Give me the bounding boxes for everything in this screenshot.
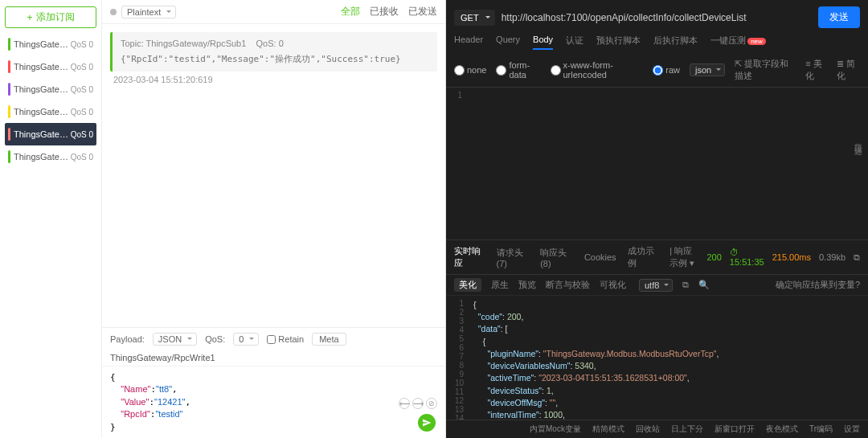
format-select[interactable]: Plaintext [121,6,176,18]
format-tab[interactable]: 原生 [491,279,509,291]
meta-button[interactable]: Meta [312,333,346,346]
footer-link[interactable]: 日上下分 [671,424,703,435]
publish-body-editor[interactable]: { "Name":"tt8", "Value":"12421", "RpcId"… [102,366,445,438]
message-qos: QoS: 0 [256,39,284,48]
request-body-editor[interactable]: 1 字段描述 [446,88,868,240]
encoding-select[interactable]: utf8 [639,279,673,292]
clear-icon[interactable]: ⊘ [426,398,437,409]
payload-format-select[interactable]: JSON [153,333,197,346]
history-back-icon[interactable]: ⟵ [399,398,410,409]
footer-link[interactable]: 回收站 [636,424,660,435]
url-input[interactable] [502,12,812,23]
subscription-sidebar: + 添加订阅 ThingsGateway/D...QoS 0ThingsGate… [0,0,102,438]
qos-select[interactable]: 0 [233,333,259,346]
copy-resp-icon[interactable]: ⧉ [682,280,689,290]
format-tab[interactable]: 预览 [518,279,536,291]
resp-tab-success[interactable]: 成功示例 [628,245,659,269]
api-client-panel: GET 发送 HeaderQueryBody认证预执行脚本后执行脚本一键压测ne… [446,0,868,438]
subscription-item[interactable]: ThingsGateway/V...QoS 0 [5,55,96,78]
footer-link[interactable]: 设置 [844,424,860,435]
message-topic: Topic: ThingsGateway/RpcSub1 [121,39,246,48]
payload-label: Payload: [110,334,145,344]
message-panel: Plaintext 全部 已接收 已发送 Topic: ThingsGatewa… [102,0,445,438]
beautify-link[interactable]: ≡ 美化 [805,58,827,82]
tab-all[interactable]: 全部 [341,5,360,18]
tab-received[interactable]: 已接收 [370,5,399,18]
status-time: ⏱15:51:35 [730,248,764,267]
body-url-radio[interactable]: x-www-form-urlencoded [551,60,644,80]
publish-topic-input[interactable]: ThingsGateway/RpcWrite1 [102,350,445,366]
format-tab[interactable]: 可视化 [600,279,626,291]
copy-icon[interactable]: ⧉ [854,252,860,263]
retain-checkbox[interactable]: Retain [267,334,304,344]
response-body-viewer[interactable]: 123456789101112131415161718192021 { "cod… [446,296,868,420]
api-tab[interactable]: 认证 [566,35,583,50]
api-tab[interactable]: Body [533,35,553,50]
simplify-link[interactable]: ≣ 简化 [837,58,860,82]
format-tab[interactable]: 断言与校验 [546,279,590,291]
history-fwd-icon[interactable]: ⟶ [412,398,424,409]
status-size: 0.39kb [819,252,845,262]
api-tab[interactable]: Header [454,35,483,50]
footer-link[interactable]: 内置Mock变量 [530,424,581,435]
footer-link[interactable]: 精简模式 [592,424,624,435]
send-icon [422,418,432,428]
api-tab[interactable]: 后执行脚本 [653,35,698,50]
api-tab[interactable]: 预执行脚本 [596,35,641,50]
tab-sent[interactable]: 已发送 [408,5,437,18]
message-body: {"RpcId":"testid","Message":"操作成功","Succ… [121,53,429,65]
status-duration: 215.00ms [772,252,811,262]
footer-link[interactable]: 新窗口打开 [714,424,755,435]
add-subscription-label: 添加订阅 [36,10,75,24]
resp-tab-respheaders[interactable]: 响应头(8) [540,247,573,268]
subscription-item[interactable]: ThingsGateway/R...QoS 0 [5,123,96,145]
publish-button[interactable] [418,414,436,432]
body-raw-radio[interactable]: raw [653,65,680,76]
format-tab[interactable]: 美化 [454,278,481,292]
resp-tab-cookies[interactable]: Cookies [584,252,616,262]
resp-tab-reqheaders[interactable]: 请求头(7) [497,247,530,268]
plus-icon: + [27,12,32,23]
add-subscription-button[interactable]: + 添加订阅 [5,6,96,28]
footer-link[interactable]: 夜色模式 [766,424,798,435]
message-timestamp: 2023-03-04 15:51:20:619 [110,75,437,84]
resp-tab-realtime[interactable]: 实时响应 [454,245,485,269]
subscription-item[interactable]: ThingsGateway/J...QoS 0 [5,100,96,123]
body-none-radio[interactable]: none [454,65,486,76]
status-dot-icon [110,9,117,15]
method-select[interactable]: GET [454,10,495,26]
body-form-radio[interactable]: form-data [496,60,540,80]
subscription-item[interactable]: ThingsGateway/V...QoS 0 [5,145,96,168]
subscription-item[interactable]: ThingsGateway/R...QoS 0 [5,78,96,100]
api-tab[interactable]: Query [496,35,520,50]
search-resp-icon[interactable]: 🔍 [698,280,710,290]
footer-link[interactable]: Tr编码 [809,424,833,435]
status-code: 200 [706,252,721,262]
raw-format-select[interactable]: json [690,63,725,76]
extract-fields-link[interactable]: ⇱ 提取字段和描述 [735,58,796,82]
api-tab[interactable]: 一键压测new [710,35,766,50]
field-desc-toggle[interactable]: 字段描述 [852,136,863,142]
subscription-item[interactable]: ThingsGateway/D...QoS 0 [5,33,96,55]
qos-label: QoS: [205,334,225,344]
message-item: Topic: ThingsGateway/RpcSub1 QoS: 0 {"Rp… [110,32,437,72]
send-button[interactable]: 发送 [818,6,860,28]
bind-variable-hint[interactable]: 确定响应结果到变量? [776,279,860,291]
